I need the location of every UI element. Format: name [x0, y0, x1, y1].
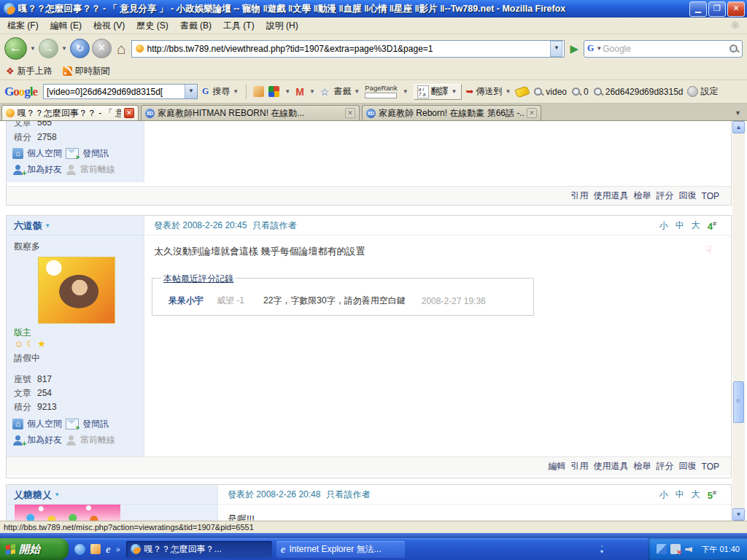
font-large-link[interactable]: 大	[692, 485, 700, 505]
google-search-button[interactable]: G 搜尋 ▼	[202, 85, 239, 98]
taskbar-task-firefox[interactable]: 嘎？？怎麼回事？...	[126, 541, 272, 558]
rating-thumb-icon[interactable]: ☟	[705, 244, 712, 257]
only-author-link[interactable]: 只看該作者	[326, 485, 370, 505]
tab-close-icon[interactable]: ✕	[527, 108, 537, 118]
task-label[interactable]: Internet Explorer 無法...	[289, 543, 381, 556]
tab-3[interactable]: XD 家庭教師 Reborn! 在線動畫 第66話 -... ✕	[362, 105, 541, 120]
send-message-link[interactable]: 發簡訊	[82, 147, 109, 160]
menu-bookmarks[interactable]: 書籤 (B)	[180, 20, 212, 32]
messenger-icon[interactable]	[74, 544, 85, 555]
tab-close-icon[interactable]: ✕	[124, 108, 134, 118]
word-find-zero-button[interactable]: 0	[571, 87, 589, 97]
scroll-down-icon[interactable]: ▼	[732, 508, 745, 521]
gmail-icon[interactable]: M	[295, 86, 304, 98]
only-author-link[interactable]: 只看該作者	[252, 216, 296, 236]
word-find-video-button[interactable]: video	[533, 87, 567, 97]
tab-list-dropdown-icon[interactable]: ▼	[730, 109, 746, 117]
combo-dropdown-icon[interactable]: ▼	[185, 85, 197, 98]
send-message-icon[interactable]	[66, 419, 79, 429]
user-space-link[interactable]: 個人空間	[27, 147, 62, 160]
menu-view[interactable]: 檢視 (V)	[93, 20, 125, 32]
search-bar[interactable]: G ▼ Google	[584, 40, 743, 58]
search-icon[interactable]	[729, 44, 739, 54]
report-link[interactable]: 檢舉	[634, 460, 651, 472]
quick-launch-icon[interactable]	[90, 544, 101, 554]
edit-link[interactable]: 編輯	[549, 460, 566, 472]
google-bookmarks-label[interactable]: 書籤	[333, 85, 351, 98]
top-link[interactable]: TOP	[702, 191, 719, 201]
menu-edit[interactable]: 編輯 (E)	[50, 20, 82, 32]
start-button[interactable]: 開始	[0, 538, 69, 560]
settings-label[interactable]: 設定	[700, 85, 718, 98]
back-button[interactable]: ←	[4, 37, 27, 60]
username-link[interactable]: 乂糖糖乂	[14, 489, 52, 500]
google-search-label[interactable]: 搜尋	[212, 85, 230, 98]
use-item-link[interactable]: 使用道具	[594, 190, 629, 202]
home-button[interactable]: ⌂	[117, 40, 126, 58]
add-friend-link[interactable]: 加為好友	[27, 163, 62, 176]
taskbar-toolbar-handle[interactable]: ▫ ▼	[599, 543, 604, 555]
forward-button[interactable]: →	[39, 39, 58, 58]
address-url[interactable]: http://bbs.tw789.net/viewthread.php?tid=…	[147, 44, 551, 54]
floor-number[interactable]: 5#	[708, 484, 716, 505]
scroll-up-icon[interactable]: ▲	[732, 121, 745, 133]
pagerank-dropdown-icon[interactable]: ▼	[403, 88, 409, 95]
taskbar-task-ie[interactable]: e Internet Explorer 無法...	[276, 541, 405, 558]
tab-title[interactable]: 嘎？？怎麼回事？？ - 「 意見...	[18, 107, 121, 120]
send-message-icon[interactable]	[66, 148, 79, 159]
bookmark-label[interactable]: 新手上路	[18, 65, 53, 77]
rating-record-title[interactable]: 本帖最近評分記錄	[161, 273, 236, 285]
forward-dropdown-icon[interactable]: ▼	[61, 45, 67, 52]
tray-network-disconnected-icon[interactable]	[670, 544, 681, 554]
scrollbar-thumb[interactable]	[733, 381, 744, 423]
stop-button[interactable]: ✕	[92, 39, 112, 58]
rating-user-link[interactable]: 呆呆小宇	[169, 295, 204, 307]
tab-title[interactable]: 家庭教師 Reborn! 在線動畫 第66話 -...	[379, 107, 524, 120]
word-find-zero-label[interactable]: 0	[584, 87, 589, 97]
vertical-scrollbar[interactable]: ▲ ▼	[732, 121, 745, 521]
tab-title[interactable]: 家庭教師HITMAN REBORN! 在線動...	[158, 107, 342, 120]
highlighter-icon[interactable]	[515, 85, 530, 98]
user-avatar[interactable]	[38, 257, 115, 324]
translate-button[interactable]: ai7à 翻譯 ▼	[414, 84, 462, 100]
tray-volume-icon[interactable]	[684, 544, 694, 554]
word-find-video-label[interactable]: video	[546, 87, 567, 97]
tab-2[interactable]: XD 家庭教師HITMAN REBORN! 在線動... ✕	[141, 105, 360, 120]
search-engine-icon[interactable]: G	[587, 43, 594, 54]
menu-help[interactable]: 說明 (H)	[266, 20, 298, 32]
font-small-link[interactable]: 小	[659, 485, 668, 505]
tab-close-icon[interactable]: ✕	[345, 108, 355, 118]
address-bar[interactable]: http://bbs.tw789.net/viewthread.php?tid=…	[131, 40, 565, 58]
tray-update-icon[interactable]	[657, 544, 667, 554]
word-find-hash-button[interactable]: 26d6429d69d8315d	[593, 87, 684, 97]
close-button[interactable]: ✕	[727, 1, 745, 17]
add-friend-link[interactable]: 加為好友	[27, 434, 62, 446]
pagerank-widget[interactable]: PageRank	[365, 85, 397, 98]
floor-number[interactable]: 4#	[708, 214, 716, 236]
bookmark-add-dropdown-icon[interactable]: ▼	[285, 88, 290, 95]
translate-dropdown-icon[interactable]: ▼	[452, 88, 457, 95]
font-large-link[interactable]: 大	[692, 216, 700, 236]
back-dropdown-icon[interactable]: ▼	[30, 45, 36, 52]
user-space-link[interactable]: 個人空間	[27, 418, 62, 430]
quick-launch-overflow[interactable]: »	[116, 545, 120, 553]
bookmarks-dropdown-icon[interactable]: ▼	[354, 88, 360, 95]
add-friend-icon[interactable]: +	[12, 165, 23, 175]
use-item-link[interactable]: 使用道具	[594, 460, 629, 472]
search-engine-dropdown-icon[interactable]: ▼	[596, 45, 602, 52]
siteinfo-icon[interactable]	[253, 86, 264, 97]
internet-explorer-icon[interactable]: e	[106, 543, 111, 556]
go-button[interactable]: ▶	[570, 42, 578, 55]
bookmark-label[interactable]: 即時新聞	[75, 65, 110, 77]
search-input[interactable]: Google	[603, 44, 729, 54]
username-dropdown-icon[interactable]: ▼	[54, 491, 60, 498]
font-medium-link[interactable]: 中	[676, 485, 684, 505]
rate-link[interactable]: 評分	[657, 460, 674, 472]
reply-link[interactable]: 回復	[679, 190, 697, 202]
gtoolbar-settings-button[interactable]: 設定	[687, 85, 718, 98]
google-search-value[interactable]: [video=0]26d6429d69d8315d[	[44, 87, 185, 97]
font-small-link[interactable]: 小	[659, 216, 668, 236]
send-message-link[interactable]: 發簡訊	[82, 418, 109, 430]
add-friend-icon[interactable]: +	[12, 435, 23, 446]
reply-link[interactable]: 回復	[679, 460, 697, 472]
